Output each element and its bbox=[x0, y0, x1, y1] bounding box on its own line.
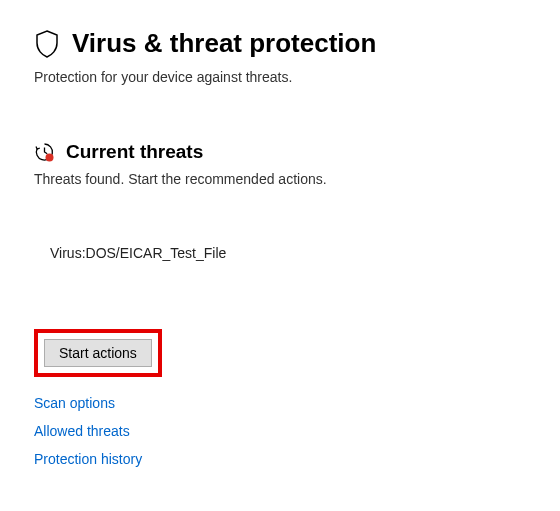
threat-item: Virus:DOS/EICAR_Test_File bbox=[50, 245, 526, 261]
current-threats-subtitle: Threats found. Start the recommended act… bbox=[34, 171, 526, 187]
svg-point-0 bbox=[46, 154, 54, 162]
protection-history-link[interactable]: Protection history bbox=[34, 451, 142, 467]
current-threats-section: Current threats Threats found. Start the… bbox=[34, 141, 526, 467]
history-alert-icon bbox=[34, 142, 54, 162]
start-actions-button[interactable]: Start actions bbox=[44, 339, 152, 367]
highlight-callout: Start actions bbox=[34, 329, 162, 377]
page-header: Virus & threat protection bbox=[34, 28, 526, 59]
allowed-threats-link[interactable]: Allowed threats bbox=[34, 423, 130, 439]
current-threats-title: Current threats bbox=[66, 141, 203, 163]
links-area: Scan options Allowed threats Protection … bbox=[34, 395, 526, 467]
shield-icon bbox=[34, 29, 60, 59]
section-header: Current threats bbox=[34, 141, 526, 163]
page-title: Virus & threat protection bbox=[72, 28, 376, 59]
scan-options-link[interactable]: Scan options bbox=[34, 395, 115, 411]
page-subtitle: Protection for your device against threa… bbox=[34, 69, 526, 85]
actions-area: Start actions bbox=[34, 329, 526, 377]
